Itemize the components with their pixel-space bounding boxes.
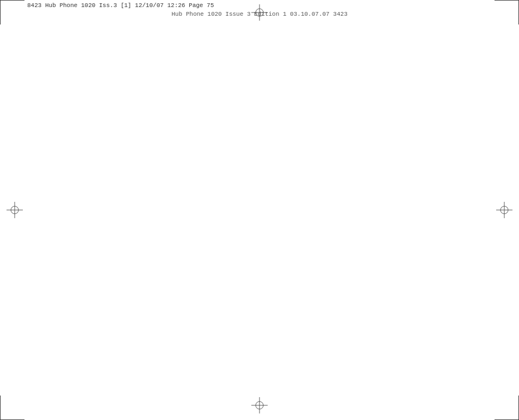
corner-bracket-bottom-right — [495, 396, 519, 420]
corner-bracket-top-left — [0, 0, 24, 24]
crosshair-left-center — [7, 202, 23, 218]
header-line1: 8423 Hub Phone 1020 Iss.3 [1] 12/10/07 1… — [27, 2, 214, 9]
crosshair-bottom-center — [251, 397, 268, 413]
corner-bracket-top-right — [495, 0, 519, 24]
page-container: 8423 Hub Phone 1020 Iss.3 [1] 12/10/07 1… — [0, 0, 519, 420]
crosshair-top-center — [251, 4, 268, 21]
crosshair-right-center — [496, 202, 512, 218]
corner-bracket-bottom-left — [0, 396, 24, 420]
